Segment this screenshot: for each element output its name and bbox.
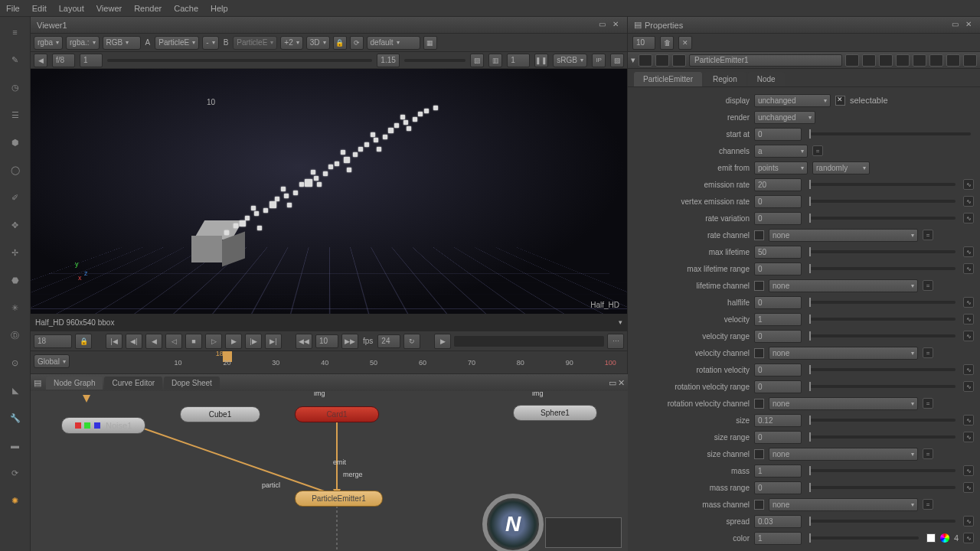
size-channel-select[interactable]: none: [769, 448, 918, 461]
pause-icon[interactable]: ❚❚: [534, 54, 548, 67]
props-scroll[interactable]: displayunchangedselectable renderunchang…: [628, 87, 980, 551]
viewport-3d[interactable]: 10 Half_HD x y z: [31, 69, 627, 314]
nh-undo-icon[interactable]: [879, 54, 893, 67]
menu-help[interactable]: Help: [211, 4, 228, 13]
spread-anim[interactable]: ∿: [963, 516, 974, 527]
selectable-check[interactable]: [835, 96, 845, 106]
node-close-icon[interactable]: ✕: [618, 378, 625, 388]
lifetime-channel-eq[interactable]: =: [923, 280, 933, 291]
refresh-icon[interactable]: ⟳: [350, 36, 364, 50]
spread-field[interactable]: 0.03: [754, 515, 802, 528]
velocity-channel-check[interactable]: [754, 348, 764, 358]
emission-rate-slider[interactable]: [809, 183, 956, 186]
velocity-range-anim[interactable]: ∿: [963, 331, 974, 341]
global-select[interactable]: Global: [34, 354, 70, 368]
tool-d-icon[interactable]: Ⓓ: [6, 326, 24, 344]
tool-star-icon[interactable]: ✳: [6, 298, 24, 317]
prev-key-button[interactable]: ◀|: [126, 334, 142, 349]
viewer-undock-icon[interactable]: ▭: [596, 20, 607, 31]
viewer-close-icon[interactable]: ✕: [610, 20, 621, 31]
fps-field[interactable]: 24: [377, 334, 400, 348]
range-frame-field[interactable]: 10: [315, 334, 338, 348]
stripe-icon[interactable]: ▧: [610, 54, 624, 67]
b-node-select[interactable]: ParticleE: [233, 36, 277, 50]
mass-channel-eq[interactable]: =: [923, 499, 933, 510]
max-lifetime-range-field[interactable]: 0: [754, 262, 802, 276]
tool-circle-icon[interactable]: ◯: [6, 161, 24, 179]
velocity-range-field[interactable]: 0: [754, 330, 802, 343]
tool-tag-icon[interactable]: ◣: [6, 381, 24, 399]
rotation-velocity-anim[interactable]: ∿: [963, 364, 974, 375]
prop-clear-icon[interactable]: 🗑: [660, 36, 674, 50]
lifetime-channel-check[interactable]: [754, 281, 764, 291]
mass-slider[interactable]: [809, 469, 956, 472]
rotation-velocity-slider[interactable]: [809, 368, 956, 371]
mass-channel-select[interactable]: none: [769, 498, 918, 511]
tool-refresh-icon[interactable]: ⟳: [6, 464, 24, 482]
size-slider[interactable]: [809, 419, 956, 422]
tool-globe-icon[interactable]: ⬢: [6, 133, 24, 152]
halflife-anim[interactable]: ∿: [963, 297, 974, 308]
tab-region[interactable]: Region: [704, 72, 746, 86]
tool-clock-icon[interactable]: ◷: [6, 78, 24, 96]
channels-select[interactable]: a: [754, 145, 808, 158]
rotation-velocity-range-field[interactable]: 0: [754, 380, 802, 393]
node-noise1[interactable]: Noise1: [61, 417, 145, 434]
velocity-slider[interactable]: [809, 318, 956, 321]
skip-fwd-button[interactable]: ▶▶: [341, 334, 358, 349]
emission-rate-field[interactable]: 20: [754, 178, 802, 191]
nh-thumb-icon[interactable]: [655, 54, 669, 67]
start-at-field[interactable]: 0: [754, 128, 802, 141]
prop-lock-icon[interactable]: ✕: [678, 36, 692, 50]
max-lifetime-slider[interactable]: [809, 250, 956, 253]
channel-select[interactable]: RGB: [103, 36, 141, 50]
max-lifetime-range-anim[interactable]: ∿: [963, 263, 974, 274]
mode-select[interactable]: 3D: [306, 36, 330, 50]
dash-select[interactable]: -: [202, 36, 218, 50]
prop-count-field[interactable]: 10: [632, 36, 655, 50]
mass-range-anim[interactable]: ∿: [963, 482, 974, 493]
node-card1[interactable]: Card1: [295, 406, 379, 422]
fstop-field[interactable]: f/8: [52, 54, 75, 67]
last-frame-button[interactable]: ▶|: [265, 334, 282, 349]
mass-range-field[interactable]: 0: [754, 481, 802, 494]
color-swatch[interactable]: [926, 533, 936, 543]
tool-folder-icon[interactable]: ▬: [6, 436, 24, 455]
tool-list-icon[interactable]: ☰: [6, 106, 24, 124]
first-frame-button[interactable]: |◀: [106, 334, 122, 349]
node-particle-emitter1[interactable]: ParticleEmitter1: [295, 491, 383, 507]
velocity-range-slider[interactable]: [809, 334, 956, 337]
rate-channel-eq[interactable]: =: [923, 230, 933, 240]
render-select[interactable]: unchanged: [754, 111, 815, 124]
nh-revert-icon[interactable]: [913, 54, 926, 67]
size-range-field[interactable]: 0: [754, 431, 802, 444]
a-node-select[interactable]: ParticleE: [155, 36, 199, 50]
mass-range-slider[interactable]: [809, 486, 956, 489]
size-anim[interactable]: ∿: [963, 415, 974, 425]
gamma-slider[interactable]: [404, 59, 466, 62]
mass-field[interactable]: 1: [754, 465, 802, 478]
tool-pen-icon[interactable]: ✐: [6, 188, 24, 207]
prop-close-icon[interactable]: ✕: [963, 20, 974, 31]
stop-button[interactable]: ■: [185, 334, 202, 349]
tool-dot-icon[interactable]: ⊙: [6, 354, 24, 372]
node-sphere1[interactable]: Sphere1: [513, 405, 597, 421]
max-lifetime-anim[interactable]: ∿: [963, 246, 974, 257]
menu-cache[interactable]: Cache: [174, 4, 198, 13]
size-channel-check[interactable]: [754, 449, 764, 459]
wipe-icon[interactable]: ▥: [488, 54, 502, 67]
ip-icon[interactable]: IP: [592, 54, 606, 67]
size-channel-eq[interactable]: =: [923, 448, 933, 459]
rotation-velocity-range-anim[interactable]: ∿: [963, 381, 974, 392]
rotation-velocity-field[interactable]: 0: [754, 364, 802, 377]
tool-plus-icon[interactable]: ✥: [6, 216, 24, 234]
lock-icon[interactable]: 🔒: [333, 36, 347, 50]
tool-cube-icon[interactable]: ⬣: [6, 271, 24, 289]
color-anim[interactable]: ∿: [963, 533, 974, 543]
nh-help-icon[interactable]: [929, 54, 943, 67]
menu-render[interactable]: Render: [134, 4, 162, 13]
rate-channel-check[interactable]: [754, 230, 764, 240]
halflife-slider[interactable]: [809, 301, 956, 304]
exposure-field[interactable]: 1: [80, 54, 103, 67]
nh-find-icon[interactable]: [672, 54, 686, 67]
